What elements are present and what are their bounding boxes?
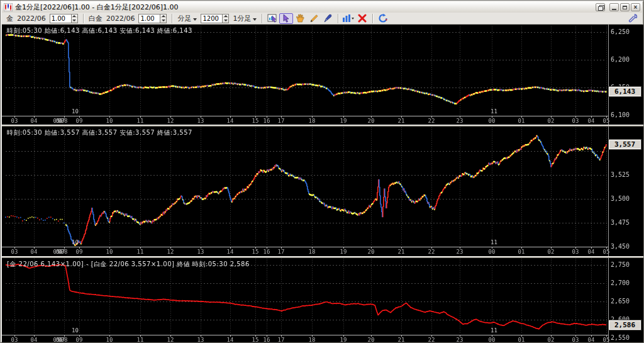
- spread-last-price-box: 2,586: [609, 320, 641, 330]
- time-axis-label: 02: [548, 249, 555, 255]
- time-axis-label: 00: [489, 118, 496, 124]
- platinum-month-select[interactable]: 2022/06: [106, 14, 135, 23]
- spin-down-icon[interactable]: [160, 18, 166, 23]
- time-axis-label: 13: [197, 118, 204, 124]
- spread-y-axis-tick: 2,700: [611, 279, 630, 286]
- panel-splitter[interactable]: [2, 125, 643, 127]
- period-type-dropdown[interactable]: 分足: [177, 14, 197, 23]
- app-window: 金1分足[2022/06]1.00 - 白金1分足[2022/06]1.00 ×…: [0, 0, 644, 343]
- settings-wrench-button[interactable]: [626, 13, 640, 24]
- time-axis-label: 16: [264, 249, 270, 255]
- bar-count-arrows[interactable]: [222, 14, 229, 23]
- time-axis-label: 15: [252, 337, 259, 343]
- platinum-y-axis-tick: 3,450: [611, 243, 630, 250]
- gold-month-select[interactable]: 2022/06: [17, 14, 46, 23]
- date-marker: 10: [72, 108, 79, 115]
- time-axis-label: 21: [398, 118, 405, 124]
- time-axis-label: 20: [368, 337, 375, 343]
- chart-area: 時刻:05:30 始値:6,143 高値:6,143 安値:6,143 終値:6…: [2, 25, 643, 342]
- select-arrow-tool-button[interactable]: [279, 13, 293, 24]
- minimize-button[interactable]: [609, 3, 619, 11]
- candlestick-chart-icon: [4, 3, 13, 11]
- time-axis-label: 04: [588, 249, 595, 255]
- pen-annotation-tool-button[interactable]: [321, 13, 335, 24]
- time-axis-label: 04: [31, 337, 38, 343]
- time-axis-label: 18: [309, 337, 316, 343]
- indicator-bars-dropdown-button[interactable]: [341, 13, 355, 24]
- gold-multiplier-value[interactable]: 1.00: [50, 14, 71, 23]
- time-axis-label: 16: [264, 337, 270, 343]
- hand-icon: [296, 14, 305, 23]
- spread-y-axis-tick: 2,550: [611, 334, 630, 341]
- panel-splitter[interactable]: [2, 256, 643, 258]
- maximize-icon: [623, 6, 627, 9]
- time-axis-label: 13: [197, 249, 204, 255]
- toolbar-separator: [262, 14, 262, 23]
- gold-last-price-box: 6,143: [609, 87, 641, 96]
- time-axis-label: 23: [457, 118, 464, 124]
- gold-panel-info: 時刻:05:30 始値:6,143 高値:6,143 安値:6,143 終値:6…: [7, 26, 192, 35]
- close-button[interactable]: ×: [631, 3, 640, 11]
- toolbar-separator: [372, 14, 373, 23]
- time-axis-label: 09: [76, 118, 83, 124]
- pencil-draw-tool-button[interactable]: [307, 13, 321, 24]
- refresh-button[interactable]: [376, 13, 390, 24]
- time-axis-label: 08: [61, 118, 68, 124]
- gold-y-axis-tick: 6,250: [611, 28, 630, 35]
- minimize-icon: [612, 9, 616, 10]
- time-axis-label: 04: [31, 118, 38, 124]
- time-axis-label: 03: [11, 118, 18, 124]
- gold-multiplier-spinner[interactable]: 1.00: [50, 14, 78, 23]
- spread-y-axis-tick: 2,750: [611, 261, 630, 268]
- bar-count-value[interactable]: 1200: [201, 14, 222, 23]
- time-axis-label: 11: [137, 337, 144, 343]
- time-axis-label: 02: [548, 337, 555, 343]
- gold-multiplier-arrows[interactable]: [71, 14, 78, 23]
- time-axis-label: 11: [137, 118, 144, 124]
- time-axis-label: 23: [457, 249, 464, 255]
- time-axis-label: 04: [31, 249, 38, 255]
- time-axis-label: 22: [428, 118, 435, 124]
- platinum-multiplier-spinner[interactable]: 1.00: [138, 14, 167, 23]
- spin-down-icon[interactable]: [72, 18, 77, 23]
- platinum-last-price-box: 3,557: [609, 140, 641, 149]
- platinum-multiplier-value[interactable]: 1.00: [138, 14, 160, 23]
- delete-indicator-button[interactable]: [355, 13, 369, 24]
- spin-down-icon[interactable]: [223, 18, 228, 23]
- chart-cursor-tool-button[interactable]: [265, 13, 279, 24]
- bar-count-spinner[interactable]: 1200: [201, 14, 229, 23]
- time-axis-label: 19: [340, 118, 347, 124]
- date-marker: 10: [72, 327, 79, 334]
- time-axis-label: 01: [518, 249, 525, 255]
- restore-window-button[interactable]: [596, 3, 605, 11]
- toolbar-separator: [338, 14, 338, 23]
- date-marker: 11: [491, 108, 497, 115]
- time-axis-label: 05: [603, 249, 610, 255]
- time-axis-label: 01: [518, 337, 525, 343]
- time-axis-label: 12: [167, 337, 174, 343]
- titlebar[interactable]: 金1分足[2022/06]1.00 - 白金1分足[2022/06]1.00 ×: [2, 2, 642, 13]
- platinum-multiplier-arrows[interactable]: [160, 14, 167, 23]
- refresh-icon: [379, 14, 388, 23]
- time-axis-label: 05: [603, 118, 610, 124]
- time-axis-label: 20: [368, 118, 375, 124]
- pencil-icon: [309, 14, 319, 23]
- axis-gutter-divider: [608, 25, 609, 342]
- platinum-symbol-label: 白金: [89, 14, 103, 23]
- price-charts-canvas[interactable]: [2, 25, 643, 342]
- maximize-button[interactable]: [620, 3, 630, 11]
- time-axis-label: 00: [489, 249, 496, 255]
- time-axis-label: 03: [11, 249, 18, 255]
- time-axis-label: 21: [398, 337, 405, 343]
- delete-red-x-icon: [358, 14, 367, 23]
- wrench-icon: [628, 14, 638, 23]
- pan-hand-tool-button[interactable]: [293, 13, 307, 24]
- time-axis-label: 10: [106, 118, 113, 124]
- toolbar-separator: [83, 14, 84, 23]
- time-axis-label: 09: [76, 249, 83, 255]
- bar-size-dropdown[interactable]: 1分足: [233, 14, 257, 23]
- time-axis-label: 18: [309, 118, 316, 124]
- platinum-y-axis-tick: 3,475: [611, 219, 630, 226]
- time-axis-label: 02: [548, 118, 555, 124]
- time-axis-label: 21: [398, 249, 405, 255]
